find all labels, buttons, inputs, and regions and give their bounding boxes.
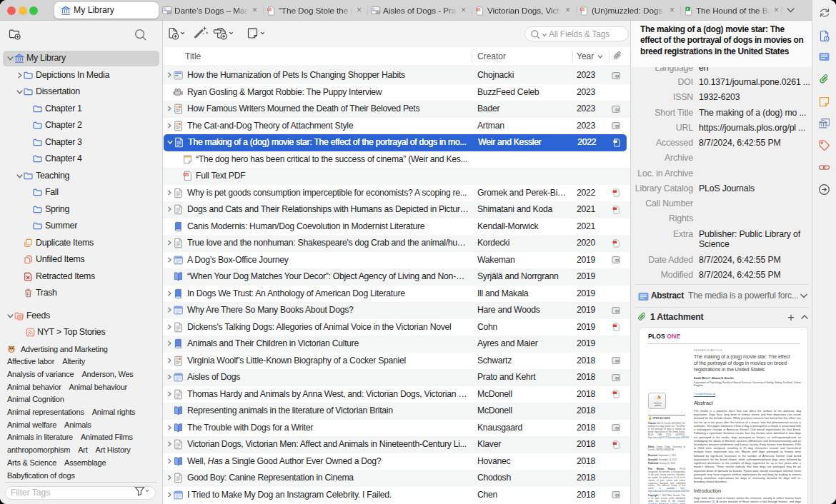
svg-text:PDF: PDF	[268, 9, 272, 11]
svg-text:PDF: PDF	[477, 9, 481, 11]
svg-text:PDF: PDF	[581, 9, 585, 11]
svg-text:PDF: PDF	[184, 173, 189, 176]
